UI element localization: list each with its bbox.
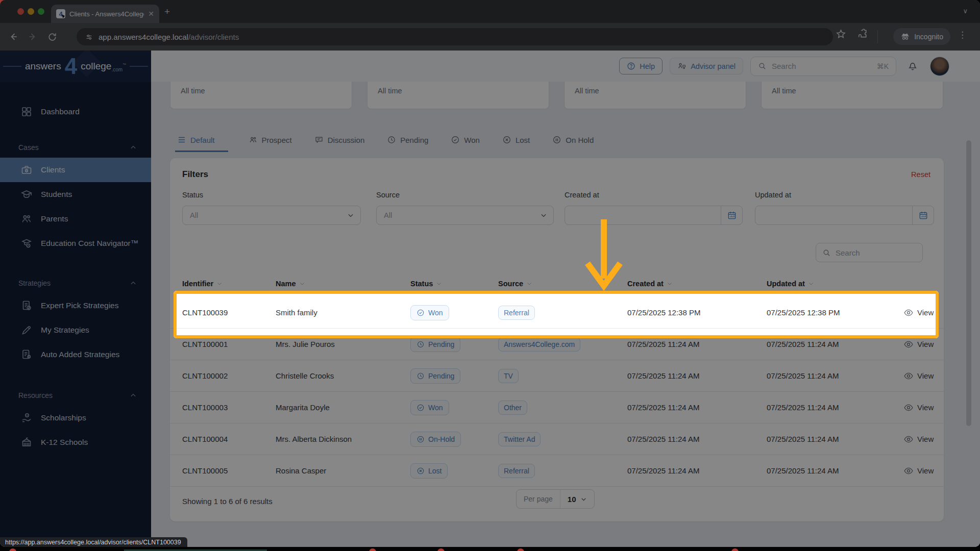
cell-created-at: 07/25/2025 11:24 AM — [627, 340, 767, 348]
site-settings-tune-icon[interactable] — [85, 33, 93, 41]
timeframe-card[interactable]: All time — [564, 82, 746, 109]
notifications-bell-icon[interactable] — [906, 60, 920, 73]
sidebar-item-expert-pick-strategies[interactable]: Expert Pick Strategies — [0, 293, 151, 318]
filters-reset-link[interactable]: Reset — [911, 170, 930, 179]
sidebar-item-k-12-schools[interactable]: K-12 Schools — [0, 430, 151, 455]
forward-icon[interactable] — [27, 31, 39, 43]
sidebar-section-cases[interactable]: Cases — [0, 137, 151, 158]
view-tabs: DefaultProspectDiscussionPendingWonLostO… — [175, 132, 596, 156]
briefcase-icon — [20, 164, 33, 176]
filter-select-status[interactable]: All — [182, 206, 361, 225]
sidebar-item-dashboard[interactable]: Dashboard — [0, 99, 151, 124]
table-row[interactable]: CLNT100001Mrs. Julie PourosPendingAnswer… — [170, 329, 944, 360]
advisor-panel-label: Advisor panel — [691, 62, 736, 70]
url-bar[interactable]: app.answers4college.local/advisor/client… — [77, 28, 833, 45]
sidebar-item-label: K-12 Schools — [41, 438, 88, 447]
filter-select-source[interactable]: All — [376, 206, 554, 225]
tab-prospect[interactable]: Prospect — [247, 132, 294, 151]
timeframe-card[interactable]: All time — [170, 82, 352, 109]
tab-discussion[interactable]: Discussion — [312, 132, 367, 151]
list-icon — [177, 135, 186, 144]
hand-coin-icon — [20, 412, 33, 424]
status-badge: On-Hold — [410, 432, 461, 447]
view-link[interactable]: View — [903, 434, 934, 444]
chevron-down-icon — [808, 281, 814, 287]
macos-zoom-button[interactable] — [38, 8, 44, 15]
browser-tab[interactable]: 4 Clients - Answers4College ✕ — [51, 5, 159, 23]
cell-created-at: 07/25/2025 11:24 AM — [627, 466, 767, 475]
view-label: View — [917, 371, 934, 380]
sidebar-item-parents[interactable]: Parents — [0, 207, 151, 231]
browser-toolbar: app.answers4college.local/advisor/client… — [0, 23, 980, 51]
column-header-created-at[interactable]: Created at — [627, 280, 767, 288]
help-button[interactable]: Help — [619, 58, 663, 74]
sidebar-item-education-cost-navigator-[interactable]: Education Cost Navigator™ — [0, 231, 151, 256]
x-circle-icon — [502, 135, 511, 144]
page-scrollbar-thumb[interactable] — [966, 140, 971, 426]
check-circle-icon — [416, 404, 425, 412]
tab-close-icon[interactable]: ✕ — [148, 10, 154, 18]
user-avatar[interactable] — [930, 57, 949, 76]
per-page-value[interactable]: 10 — [560, 490, 594, 508]
sidebar-section-strategies[interactable]: Strategies — [0, 273, 151, 293]
timeframe-value: All time — [575, 87, 599, 95]
tab-won[interactable]: Won — [449, 132, 482, 151]
calendar-button[interactable] — [721, 206, 742, 224]
table-row[interactable]: CLNT100002Christelle CrooksPendingTV07/2… — [170, 360, 944, 392]
tab-label: Lost — [516, 136, 530, 144]
tab-default[interactable]: Default — [175, 132, 228, 152]
advisor-panel-button[interactable]: Advisor panel — [670, 58, 743, 74]
column-header-name[interactable]: Name — [276, 280, 410, 288]
view-link[interactable]: View — [903, 403, 934, 413]
new-tab-icon[interactable]: + — [164, 7, 170, 16]
sidebar-item-scholarships[interactable]: Scholarships — [0, 406, 151, 430]
column-header-label: Identifier — [182, 280, 213, 288]
table-body: CLNT100039Smith familyWonReferral07/25/2… — [170, 297, 944, 487]
column-header-updated-at[interactable]: Updated at — [767, 280, 903, 288]
timeframe-card[interactable]: All time — [367, 82, 549, 109]
extensions-puzzle-icon[interactable] — [858, 29, 869, 39]
sidebar-item-clients[interactable]: Clients — [0, 158, 151, 182]
app-logo[interactable]: answers 4 college.com™ — [0, 51, 151, 82]
filter-value: All — [183, 211, 347, 219]
column-header-status[interactable]: Status — [410, 280, 498, 288]
macos-close-button[interactable] — [17, 8, 24, 15]
search-shortcut-hint: ⌘K — [877, 62, 889, 70]
view-link[interactable]: View — [903, 339, 934, 349]
table-row[interactable]: CLNT100005Rosina CasperLostReferral07/25… — [170, 455, 944, 487]
cell-status: On-Hold — [410, 432, 498, 447]
global-search-input[interactable]: Search ⌘K — [750, 57, 896, 76]
table-row[interactable]: CLNT100004Mrs. Alberta DickinsonOn-HoldT… — [170, 423, 944, 455]
tab-search-chevron-icon[interactable]: ∨ — [963, 7, 968, 15]
macos-minimize-button[interactable] — [28, 8, 34, 15]
view-link[interactable]: View — [903, 466, 934, 476]
sidebar-item-students[interactable]: Students — [0, 182, 151, 207]
view-link[interactable]: View — [903, 308, 934, 318]
bookmark-star-icon[interactable] — [836, 29, 846, 39]
tab-lost[interactable]: Lost — [500, 132, 532, 151]
tab-on-hold[interactable]: On Hold — [550, 132, 596, 151]
browser-menu-kebab-icon[interactable]: ⋮ — [958, 30, 967, 40]
back-icon[interactable] — [7, 31, 19, 43]
table-row[interactable]: CLNT100003Margarita DoyleWonOther07/25/2… — [170, 392, 944, 423]
sidebar-item-auto-added-strategies[interactable]: Auto Added Strategies — [0, 342, 151, 367]
status-label: Pending — [428, 372, 454, 380]
filter-date-input-updated-at[interactable] — [755, 206, 934, 225]
reload-icon[interactable] — [46, 31, 58, 43]
per-page-control[interactable]: Per page 10 — [516, 489, 595, 509]
sidebar-item-label: Students — [41, 190, 72, 199]
filter-date-input-created-at[interactable] — [565, 206, 743, 225]
sidebar-section-resources[interactable]: Resources — [0, 385, 151, 406]
eye-icon — [903, 403, 914, 413]
timeframe-card[interactable]: All time — [761, 82, 943, 109]
grid-icon — [20, 106, 33, 118]
view-link[interactable]: View — [903, 371, 934, 381]
column-header-identifier[interactable]: Identifier — [182, 280, 276, 288]
column-header-source[interactable]: Source — [498, 280, 627, 288]
calendar-button[interactable] — [912, 206, 934, 224]
tab-pending[interactable]: Pending — [385, 132, 430, 151]
tab-label: Discussion — [328, 136, 365, 144]
table-search-input[interactable]: Search — [816, 243, 923, 262]
sidebar-item-my-strategies[interactable]: My Strategies — [0, 318, 151, 342]
table-row[interactable]: CLNT100039Smith familyWonReferral07/25/2… — [170, 297, 944, 329]
